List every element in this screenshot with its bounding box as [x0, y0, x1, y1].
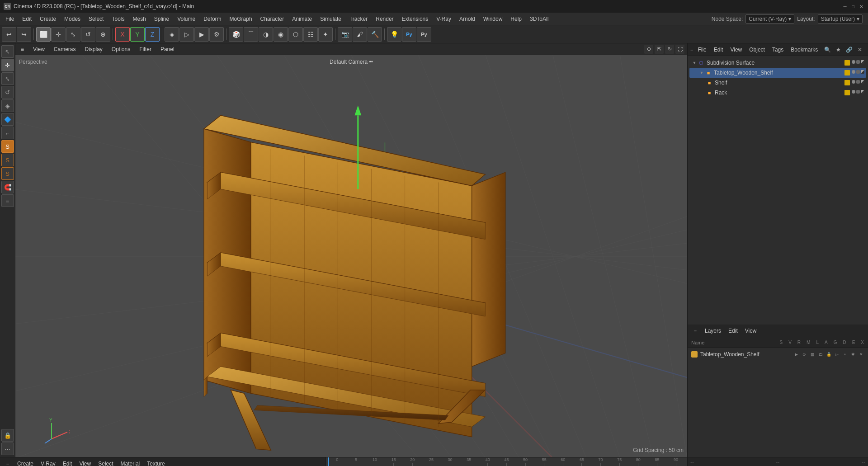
tl-material-menu[interactable]: Material — [118, 460, 143, 466]
scene-toggle-btn[interactable]: ≡ — [690, 45, 693, 55]
scene-close-icon[interactable]: ✕ — [855, 45, 865, 55]
sidebar-rotate-btn[interactable]: ↺ — [1, 86, 14, 99]
sidebar-magnet-btn[interactable]: 🧲 — [1, 181, 14, 193]
cube-button[interactable]: 🎲 — [229, 27, 243, 42]
layer-flag-arrow[interactable]: ▻ — [834, 351, 840, 358]
undo-button[interactable]: ↩ — [2, 27, 16, 42]
layer-flag-grid[interactable]: ▦ — [809, 351, 816, 358]
timeline-playhead[interactable] — [328, 457, 329, 466]
vp-icon-refresh[interactable]: ↻ — [665, 45, 674, 54]
sidebar-s3-btn[interactable]: S — [1, 167, 14, 180]
layer-flag-dot[interactable]: • — [842, 351, 848, 358]
generator-button[interactable]: ✦ — [318, 27, 333, 42]
tree-arrow-shelf[interactable]: ▼ — [698, 70, 705, 76]
object-mode-button[interactable]: ◈ — [165, 27, 179, 42]
menu-character[interactable]: Character — [257, 14, 288, 24]
menu-window[interactable]: Window — [480, 14, 506, 24]
axis-z-button[interactable]: Z — [145, 27, 160, 42]
menu-create[interactable]: Create — [36, 14, 60, 24]
scene-edit-menu[interactable]: Edit — [711, 46, 726, 54]
tl-texture-menu[interactable]: Texture — [144, 460, 167, 466]
scene-action-dot4[interactable] — [852, 70, 855, 74]
scene-object-menu[interactable]: Object — [746, 46, 768, 54]
vp-menu-filter[interactable]: Filter — [137, 45, 154, 53]
paint-button[interactable]: 🖌 — [353, 27, 367, 42]
menu-vray[interactable]: V-Ray — [433, 14, 455, 24]
scale-button[interactable]: ⤡ — [66, 27, 80, 42]
minimize-button[interactable]: ─ — [842, 3, 848, 9]
sidebar-s2-btn[interactable]: S — [1, 154, 14, 166]
rotate-button[interactable]: ↺ — [81, 27, 95, 42]
layer-flag-lock[interactable]: 🔒 — [826, 351, 832, 358]
menu-volume[interactable]: Volume — [174, 14, 199, 24]
tl-edit-menu[interactable]: Edit — [60, 460, 75, 466]
tl-view-menu[interactable]: View — [76, 460, 94, 466]
menu-spline[interactable]: Spline — [151, 14, 173, 24]
close-button[interactable]: ✕ — [858, 3, 864, 9]
scene-action-dot1[interactable] — [852, 60, 855, 64]
scene-action-dot7[interactable] — [852, 80, 855, 84]
scene-action-dot5[interactable] — [856, 70, 860, 74]
script-button[interactable]: Py — [417, 27, 431, 42]
menu-help[interactable]: Help — [507, 14, 525, 24]
scene-star-icon[interactable]: ★ — [833, 45, 843, 55]
scene-button[interactable]: ⬡ — [288, 27, 303, 42]
tree-item-shelf[interactable]: ■ Shelf — [689, 78, 866, 88]
scene-action-dot9[interactable] — [861, 80, 864, 84]
tree-item-subdivision-surface[interactable]: ▼ ⬡ Subdivision Surface — [689, 58, 866, 68]
sidebar-s1-btn[interactable]: S — [1, 140, 14, 153]
vp-menu-display[interactable]: Display — [82, 45, 105, 53]
deformer-button[interactable]: ◉ — [274, 27, 288, 42]
sculpt-button[interactable]: 🔨 — [368, 27, 382, 42]
scene-action-dot3[interactable] — [861, 60, 864, 64]
menu-edit[interactable]: Edit — [19, 14, 35, 24]
menu-simulate[interactable]: Simulate — [316, 14, 345, 24]
menu-extensions[interactable]: Extensions — [398, 14, 432, 24]
sidebar-tool-btn[interactable]: ◈ — [1, 99, 14, 112]
transform-button[interactable]: ⊕ — [96, 27, 110, 42]
move-button[interactable]: ✛ — [51, 27, 66, 42]
menu-modes[interactable]: Modes — [61, 14, 84, 24]
menu-file[interactable]: File — [2, 14, 18, 24]
tree-item-tabletop-shelf[interactable]: ▼ ■ Tabletop_Wooden_Shelf — [689, 68, 866, 78]
sidebar-line-btn[interactable]: ⌐ — [1, 127, 14, 139]
menu-mograph[interactable]: MoGraph — [226, 14, 256, 24]
timeline-toggle-btn[interactable]: ≡ — [3, 459, 13, 466]
vp-icon-navigate[interactable]: ⊕ — [644, 45, 653, 54]
render-button[interactable]: ▷ — [179, 27, 194, 42]
3d-viewport[interactable]: Perspective Default Camera •• Grid Spaci… — [15, 55, 687, 457]
menu-select[interactable]: Select — [85, 14, 107, 24]
scene-action-dot11[interactable] — [856, 90, 860, 94]
scene-action-dot2[interactable] — [856, 60, 860, 64]
axis-x-button[interactable]: X — [115, 27, 130, 42]
vp-icon-full[interactable]: ⛶ — [675, 45, 684, 54]
tl-vray-menu[interactable]: V-Ray — [38, 460, 58, 466]
scene-tags-menu[interactable]: Tags — [769, 46, 786, 54]
maximize-button[interactable]: □ — [850, 3, 856, 9]
tl-create-menu[interactable]: Create — [14, 460, 36, 466]
python-button[interactable]: Py — [402, 27, 416, 42]
sidebar-lock-btn[interactable]: 🔒 — [1, 429, 14, 442]
sidebar-select-btn[interactable]: ↖ — [1, 45, 14, 58]
scene-expand-icon[interactable]: ⊞ — [866, 45, 868, 55]
settings-button[interactable]: ⚙ — [209, 27, 224, 42]
tree-item-rack[interactable]: ■ Rack — [689, 88, 866, 98]
menu-deform[interactable]: Deform — [200, 14, 225, 24]
scene-action-dot8[interactable] — [856, 80, 860, 84]
light-button[interactable]: 💡 — [387, 27, 401, 42]
layer-flag-star[interactable]: ✱ — [850, 351, 856, 358]
select-rect-button[interactable]: ⬜ — [36, 27, 51, 42]
vp-menu-options[interactable]: Options — [109, 45, 133, 53]
menu-tracker[interactable]: Tracker — [346, 14, 371, 24]
vp-menu-cameras[interactable]: Cameras — [51, 45, 79, 53]
sidebar-paint-btn[interactable]: 🔷 — [1, 113, 14, 126]
vp-menu-toggle[interactable]: ≡ — [18, 45, 27, 53]
layer-flag-circle[interactable]: ⊙ — [801, 351, 807, 358]
vp-menu-view[interactable]: View — [30, 45, 47, 53]
axis-y-button[interactable]: Y — [130, 27, 145, 42]
scene-search-icon[interactable]: 🔍 — [822, 45, 832, 55]
camera-button[interactable]: 📷 — [338, 27, 352, 42]
vp-menu-panel[interactable]: Panel — [158, 45, 177, 53]
menu-mesh[interactable]: Mesh — [129, 14, 149, 24]
sidebar-move-btn[interactable]: ✛ — [1, 59, 14, 71]
